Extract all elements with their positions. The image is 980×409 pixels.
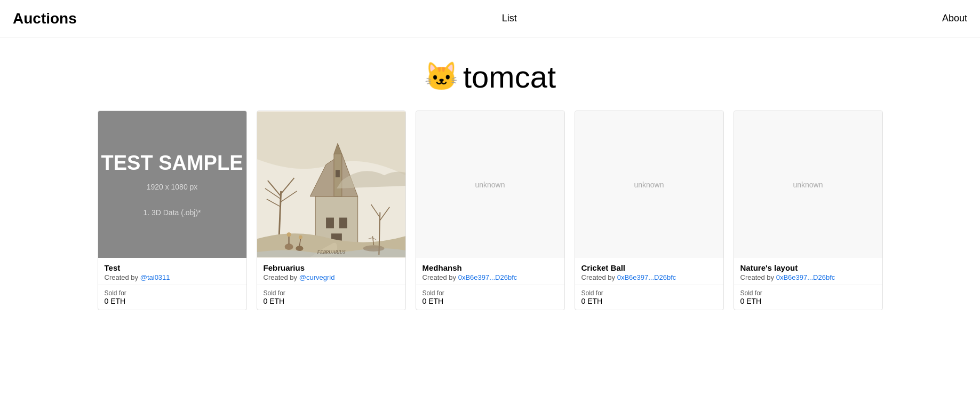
cat-emoji: 🐱 [424, 60, 459, 93]
auction-card[interactable]: unknown Cricket Ball Created by 0xB6e397… [575, 111, 724, 310]
sketch-image: FEBRUARIUS [257, 111, 405, 258]
creator-link[interactable]: 0xB6e397...D26bfc [458, 273, 517, 281]
hero-title: 🐱 tomcat [0, 59, 980, 95]
card-image: TEST SAMPLE 1920 x 1080 px 1. 3D Data (.… [98, 111, 246, 258]
auction-card[interactable]: FEBRUARIUS Februarius Created by @curveg… [257, 111, 406, 310]
card-sold: Sold for 0 ETH [416, 285, 564, 310]
unknown-label: unknown [475, 180, 505, 189]
card-creator: Created by 0xB6e397...D26bfc [740, 273, 876, 281]
card-title: Februarius [264, 263, 399, 272]
auctions-logo[interactable]: Auctions [13, 10, 77, 27]
about-nav[interactable]: About [942, 13, 967, 24]
svg-text:FEBRUARIUS: FEBRUARIUS [316, 249, 346, 255]
card-info: Medhansh Created by 0xB6e397...D26bfc [416, 258, 564, 285]
sold-label: Sold for [105, 289, 240, 297]
card-image: unknown [575, 111, 723, 258]
test-sample-title: TEST SAMPLE [101, 152, 243, 175]
svg-rect-12 [339, 218, 347, 229]
auction-card[interactable]: TEST SAMPLE 1920 x 1080 px 1. 3D Data (.… [98, 111, 247, 310]
list-nav[interactable]: List [502, 13, 517, 24]
card-title: Medhansh [423, 263, 558, 272]
sold-value: 0 ETH [105, 297, 240, 305]
test-sample-type: 1. 3D Data (.obj)* [143, 208, 201, 217]
card-sold: Sold for 0 ETH [575, 285, 723, 310]
card-sold: Sold for 0 ETH [734, 285, 882, 310]
creator-link[interactable]: 0xB6e397...D26bfc [617, 273, 676, 281]
creator-link[interactable]: 0xB6e397...D26bfc [776, 273, 835, 281]
sold-value: 0 ETH [423, 297, 558, 305]
card-image: FEBRUARIUS [257, 111, 405, 258]
sold-value: 0 ETH [581, 297, 717, 305]
test-sample-dims: 1920 x 1080 px [147, 183, 198, 191]
card-image: unknown [734, 111, 882, 258]
svg-point-17 [286, 232, 291, 237]
auction-card[interactable]: unknown Medhansh Created by 0xB6e397...D… [416, 111, 565, 310]
card-sold: Sold for 0 ETH [257, 285, 405, 310]
card-info: Test Created by @tai0311 [98, 258, 246, 285]
sold-label: Sold for [264, 289, 399, 297]
sold-label: Sold for [740, 289, 876, 297]
sold-label: Sold for [423, 289, 558, 297]
main-header: Auctions List About [0, 0, 980, 37]
cards-container: TEST SAMPLE 1920 x 1080 px 1. 3D Data (.… [0, 111, 980, 332]
creator-link[interactable]: @curvegrid [299, 273, 335, 281]
card-creator: Created by 0xB6e397...D26bfc [423, 273, 558, 281]
card-title: Test [105, 263, 240, 272]
card-creator: Created by @tai0311 [105, 273, 240, 281]
card-info: Februarius Created by @curvegrid [257, 258, 405, 285]
card-sold: Sold for 0 ETH [98, 285, 246, 310]
hero-section: 🐱 tomcat [0, 37, 980, 111]
svg-point-18 [296, 246, 303, 251]
svg-rect-13 [335, 170, 339, 177]
card-creator: Created by @curvegrid [264, 273, 399, 281]
sold-value: 0 ETH [740, 297, 876, 305]
card-title: Cricket Ball [581, 263, 717, 272]
svg-point-20 [298, 235, 302, 239]
card-title: Nature's layout [740, 263, 876, 272]
svg-point-25 [363, 245, 384, 251]
unknown-label: unknown [793, 180, 823, 189]
card-creator: Created by 0xB6e397...D26bfc [581, 273, 717, 281]
sold-value: 0 ETH [264, 297, 399, 305]
card-info: Nature's layout Created by 0xB6e397...D2… [734, 258, 882, 285]
svg-point-15 [284, 243, 293, 250]
card-image: unknown [416, 111, 564, 258]
auction-card[interactable]: unknown Nature's layout Created by 0xB6e… [734, 111, 883, 310]
card-info: Cricket Ball Created by 0xB6e397...D26bf… [575, 258, 723, 285]
svg-rect-11 [326, 218, 334, 229]
hero-text: tomcat [463, 59, 556, 95]
sold-label: Sold for [581, 289, 717, 297]
unknown-label: unknown [634, 180, 664, 189]
creator-link[interactable]: @tai0311 [140, 273, 170, 281]
